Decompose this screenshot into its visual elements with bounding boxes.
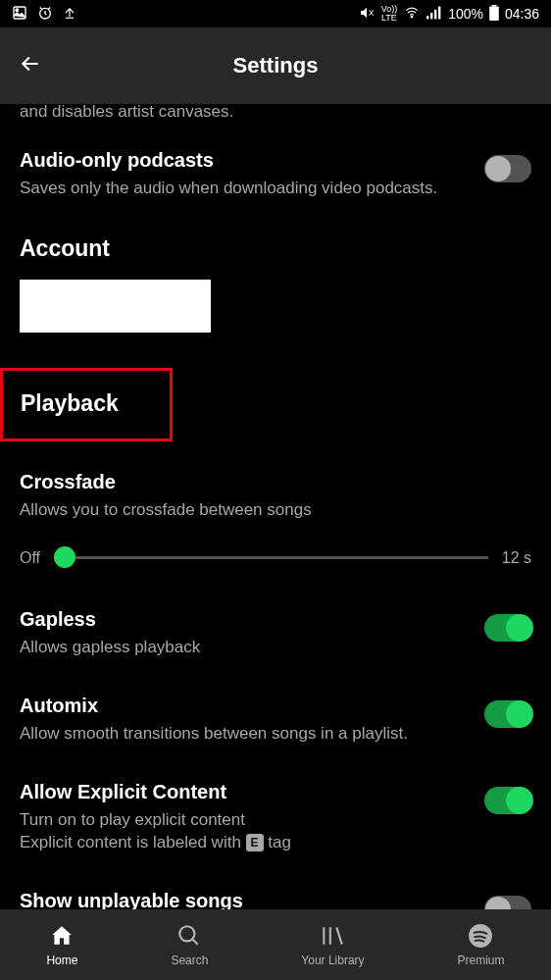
toggle-gapless[interactable] xyxy=(484,614,531,642)
setting-title: Crossfade xyxy=(20,471,531,493)
truncated-description: and disables artist canvases. xyxy=(20,104,531,122)
search-icon xyxy=(176,922,202,950)
setting-audio-only-podcasts: Audio-only podcasts Saves only the audio… xyxy=(20,149,531,200)
setting-crossfade: Crossfade Allows you to crossfade betwee… xyxy=(20,471,531,522)
svg-rect-5 xyxy=(430,13,432,19)
battery-icon xyxy=(489,5,499,24)
volte-indicator: Vo))LTE xyxy=(381,5,398,23)
toggle-automix[interactable] xyxy=(484,700,531,728)
svg-point-10 xyxy=(180,926,195,941)
section-account: Account xyxy=(20,235,531,262)
back-button[interactable] xyxy=(18,51,43,80)
svg-rect-9 xyxy=(492,5,497,7)
slider-min-label: Off xyxy=(20,549,40,567)
setting-title: Audio-only podcasts xyxy=(20,149,465,172)
nav-label: Search xyxy=(171,954,208,967)
setting-explicit: Allow Explicit Content Turn on to play e… xyxy=(20,781,531,854)
section-playback: Playback xyxy=(21,390,170,417)
mute-icon xyxy=(358,5,376,24)
account-info-redacted xyxy=(20,280,211,333)
svg-point-3 xyxy=(411,16,413,18)
setting-gapless: Gapless Allows gapless playback xyxy=(20,608,531,659)
wifi-icon xyxy=(403,6,421,23)
home-icon xyxy=(49,922,75,950)
upload-icon xyxy=(63,5,76,24)
status-bar: Vo))LTE 100% 04:36 xyxy=(0,0,551,27)
battery-percent: 100% xyxy=(448,6,483,22)
setting-description: Allow smooth transitions between songs i… xyxy=(20,723,465,746)
toggle-explicit[interactable] xyxy=(484,787,531,814)
settings-header: Settings xyxy=(0,27,551,104)
setting-automix: Automix Allow smooth transitions between… xyxy=(20,695,531,746)
nav-library[interactable]: Your Library xyxy=(301,922,364,967)
setting-description: Turn on to play explicit content Explici… xyxy=(20,809,465,854)
page-title: Settings xyxy=(16,53,535,78)
section-playback-highlighted: Playback xyxy=(0,368,173,441)
setting-title: Gapless xyxy=(20,608,465,631)
spotify-icon xyxy=(468,922,493,950)
explicit-badge: E xyxy=(246,834,264,851)
library-icon xyxy=(320,922,345,950)
nav-premium[interactable]: Premium xyxy=(457,922,504,967)
svg-rect-8 xyxy=(489,6,499,20)
svg-rect-7 xyxy=(438,6,440,19)
alarm-icon xyxy=(37,5,53,24)
nav-home[interactable]: Home xyxy=(46,922,77,967)
setting-title: Allow Explicit Content xyxy=(20,781,465,803)
svg-rect-4 xyxy=(426,16,428,19)
svg-rect-6 xyxy=(434,9,436,19)
clock-time: 04:36 xyxy=(505,6,539,22)
signal-icon xyxy=(426,6,442,23)
setting-title: Automix xyxy=(20,695,465,717)
setting-description: Allows gapless playback xyxy=(20,637,465,659)
toggle-audio-only[interactable] xyxy=(484,155,531,182)
nav-label: Your Library xyxy=(301,954,364,967)
bottom-navigation: Home Search Your Library Premium xyxy=(0,909,551,980)
slider-thumb[interactable] xyxy=(54,546,75,568)
image-icon xyxy=(12,5,27,24)
crossfade-slider[interactable] xyxy=(54,556,488,559)
svg-point-1 xyxy=(16,9,19,12)
nav-label: Premium xyxy=(457,954,504,967)
setting-description: Allows you to crossfade between songs xyxy=(20,499,531,522)
nav-search[interactable]: Search xyxy=(171,922,208,967)
setting-description: Saves only the audio when downloading vi… xyxy=(20,178,465,200)
nav-label: Home xyxy=(46,954,77,967)
slider-max-label: 12 s xyxy=(502,549,531,567)
